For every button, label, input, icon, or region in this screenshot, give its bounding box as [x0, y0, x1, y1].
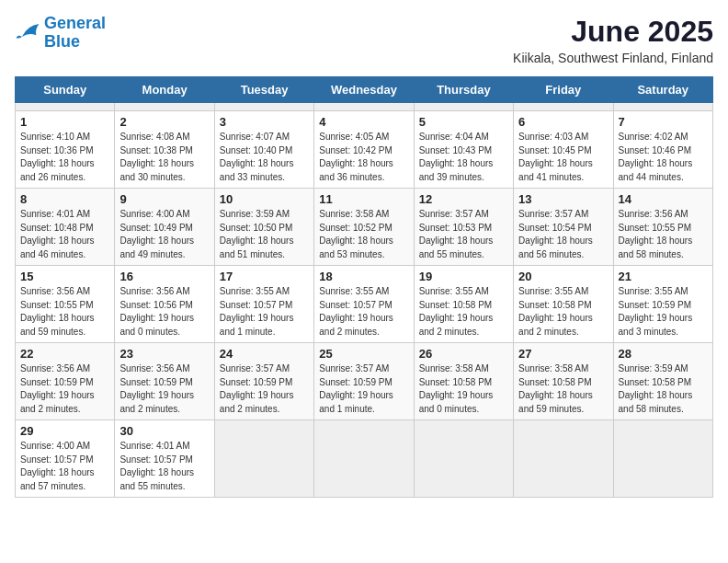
calendar-cell: 18Sunrise: 3:55 AM Sunset: 10:57 PM Dayl…	[314, 266, 414, 343]
calendar-cell: 19Sunrise: 3:55 AM Sunset: 10:58 PM Dayl…	[414, 266, 513, 343]
day-info: Sunrise: 4:03 AM Sunset: 10:45 PM Daylig…	[518, 131, 608, 184]
weekday-header-row: SundayMondayTuesdayWednesdayThursdayFrid…	[16, 77, 713, 103]
day-number: 25	[319, 347, 408, 361]
calendar-title: June 2025	[513, 15, 713, 49]
page-header: General Blue June 2025 Kiikala, Southwes…	[15, 15, 713, 65]
day-info: Sunrise: 3:58 AM Sunset: 10:58 PM Daylig…	[419, 362, 508, 416]
calendar-subtitle: Kiikala, Southwest Finland, Finland	[513, 51, 713, 65]
day-number: 22	[20, 347, 109, 361]
logo: General Blue	[15, 15, 106, 52]
day-info: Sunrise: 3:57 AM Sunset: 10:59 PM Daylig…	[319, 362, 408, 416]
day-info: Sunrise: 4:01 AM Sunset: 10:48 PM Daylig…	[20, 208, 109, 261]
day-number: 24	[220, 347, 309, 361]
calendar-cell: 15Sunrise: 3:56 AM Sunset: 10:55 PM Dayl…	[16, 266, 115, 343]
day-number: 23	[119, 347, 209, 361]
day-number: 14	[619, 192, 708, 206]
calendar-cell: 11Sunrise: 3:58 AM Sunset: 10:52 PM Dayl…	[314, 189, 414, 266]
calendar-week-1: 1Sunrise: 4:10 AM Sunset: 10:36 PM Dayli…	[16, 111, 713, 189]
day-number: 3	[220, 115, 309, 129]
day-info: Sunrise: 3:56 AM Sunset: 10:55 PM Daylig…	[619, 208, 708, 261]
calendar-cell	[514, 420, 613, 498]
calendar-cell: 24Sunrise: 3:57 AM Sunset: 10:59 PM Dayl…	[214, 343, 313, 420]
calendar-cell: 9Sunrise: 4:00 AM Sunset: 10:49 PM Dayli…	[115, 189, 214, 266]
weekday-header-friday: Friday	[514, 77, 613, 103]
day-info: Sunrise: 3:58 AM Sunset: 10:58 PM Daylig…	[518, 362, 608, 416]
logo-icon	[15, 22, 40, 44]
weekday-header-wednesday: Wednesday	[314, 77, 414, 103]
day-info: Sunrise: 3:55 AM Sunset: 10:59 PM Daylig…	[619, 285, 708, 339]
calendar-cell	[314, 420, 414, 498]
calendar-cell: 5Sunrise: 4:04 AM Sunset: 10:43 PM Dayli…	[414, 111, 513, 189]
day-info: Sunrise: 4:04 AM Sunset: 10:43 PM Daylig…	[419, 131, 508, 184]
day-info: Sunrise: 4:05 AM Sunset: 10:42 PM Daylig…	[319, 131, 408, 184]
calendar-cell: 28Sunrise: 3:59 AM Sunset: 10:58 PM Dayl…	[613, 343, 712, 420]
day-number: 26	[419, 347, 508, 361]
calendar-cell	[414, 420, 513, 498]
day-number: 28	[619, 347, 708, 361]
day-info: Sunrise: 4:00 AM Sunset: 10:57 PM Daylig…	[20, 440, 109, 493]
calendar-cell: 3Sunrise: 4:07 AM Sunset: 10:40 PM Dayli…	[214, 111, 313, 189]
day-info: Sunrise: 3:55 AM Sunset: 10:58 PM Daylig…	[419, 285, 508, 339]
day-info: Sunrise: 3:55 AM Sunset: 10:57 PM Daylig…	[319, 285, 408, 339]
calendar-cell	[115, 103, 214, 111]
day-number: 19	[419, 270, 508, 283]
day-number: 29	[20, 424, 109, 438]
day-number: 30	[119, 424, 209, 438]
calendar-cell	[414, 103, 513, 111]
calendar-cell	[214, 103, 313, 111]
day-info: Sunrise: 3:57 AM Sunset: 10:54 PM Daylig…	[518, 208, 608, 261]
day-number: 11	[319, 192, 408, 206]
day-info: Sunrise: 3:57 AM Sunset: 10:59 PM Daylig…	[220, 362, 309, 416]
calendar-week-2: 8Sunrise: 4:01 AM Sunset: 10:48 PM Dayli…	[16, 189, 713, 266]
day-info: Sunrise: 3:58 AM Sunset: 10:52 PM Daylig…	[319, 208, 408, 261]
day-info: Sunrise: 3:56 AM Sunset: 10:59 PM Daylig…	[20, 362, 109, 416]
calendar-cell	[613, 103, 712, 111]
weekday-header-thursday: Thursday	[414, 77, 513, 103]
calendar-week-5: 29Sunrise: 4:00 AM Sunset: 10:57 PM Dayl…	[16, 420, 713, 498]
day-number: 27	[518, 347, 608, 361]
calendar-cell: 4Sunrise: 4:05 AM Sunset: 10:42 PM Dayli…	[314, 111, 414, 189]
calendar-cell: 29Sunrise: 4:00 AM Sunset: 10:57 PM Dayl…	[16, 420, 115, 498]
day-number: 13	[518, 192, 608, 206]
calendar-cell: 30Sunrise: 4:01 AM Sunset: 10:57 PM Dayl…	[115, 420, 214, 498]
weekday-header-monday: Monday	[115, 77, 214, 103]
calendar-cell: 25Sunrise: 3:57 AM Sunset: 10:59 PM Dayl…	[314, 343, 414, 420]
calendar-cell: 23Sunrise: 3:56 AM Sunset: 10:59 PM Dayl…	[115, 343, 214, 420]
calendar-cell: 27Sunrise: 3:58 AM Sunset: 10:58 PM Dayl…	[514, 343, 613, 420]
calendar-cell: 20Sunrise: 3:55 AM Sunset: 10:58 PM Dayl…	[514, 266, 613, 343]
calendar-table: SundayMondayTuesdayWednesdayThursdayFrid…	[15, 76, 713, 498]
day-number: 10	[220, 192, 309, 206]
day-number: 7	[619, 115, 708, 129]
day-number: 18	[319, 270, 408, 283]
calendar-week-0	[16, 103, 713, 111]
day-number: 9	[119, 192, 209, 206]
calendar-body: 1Sunrise: 4:10 AM Sunset: 10:36 PM Dayli…	[16, 103, 713, 498]
calendar-week-3: 15Sunrise: 3:56 AM Sunset: 10:55 PM Dayl…	[16, 266, 713, 343]
calendar-cell: 1Sunrise: 4:10 AM Sunset: 10:36 PM Dayli…	[16, 111, 115, 189]
day-info: Sunrise: 4:02 AM Sunset: 10:46 PM Daylig…	[619, 131, 708, 184]
calendar-cell	[16, 103, 115, 111]
weekday-header-tuesday: Tuesday	[214, 77, 313, 103]
calendar-cell: 10Sunrise: 3:59 AM Sunset: 10:50 PM Dayl…	[214, 189, 313, 266]
calendar-cell: 16Sunrise: 3:56 AM Sunset: 10:56 PM Dayl…	[115, 266, 214, 343]
day-info: Sunrise: 3:55 AM Sunset: 10:58 PM Daylig…	[518, 285, 608, 339]
day-number: 16	[119, 270, 209, 283]
calendar-header: SundayMondayTuesdayWednesdayThursdayFrid…	[16, 77, 713, 103]
day-info: Sunrise: 3:56 AM Sunset: 10:55 PM Daylig…	[20, 285, 109, 339]
calendar-cell: 7Sunrise: 4:02 AM Sunset: 10:46 PM Dayli…	[613, 111, 712, 189]
day-number: 1	[20, 115, 109, 129]
day-info: Sunrise: 3:59 AM Sunset: 10:58 PM Daylig…	[619, 362, 708, 416]
day-info: Sunrise: 3:59 AM Sunset: 10:50 PM Daylig…	[220, 208, 309, 261]
calendar-cell	[514, 103, 613, 111]
day-number: 20	[518, 270, 608, 283]
calendar-cell: 12Sunrise: 3:57 AM Sunset: 10:53 PM Dayl…	[414, 189, 513, 266]
day-number: 12	[419, 192, 508, 206]
calendar-cell: 22Sunrise: 3:56 AM Sunset: 10:59 PM Dayl…	[16, 343, 115, 420]
calendar-cell: 6Sunrise: 4:03 AM Sunset: 10:45 PM Dayli…	[514, 111, 613, 189]
day-info: Sunrise: 4:00 AM Sunset: 10:49 PM Daylig…	[119, 208, 209, 261]
calendar-cell: 13Sunrise: 3:57 AM Sunset: 10:54 PM Dayl…	[514, 189, 613, 266]
day-number: 8	[20, 192, 109, 206]
calendar-cell	[613, 420, 712, 498]
day-number: 5	[419, 115, 508, 129]
day-info: Sunrise: 4:10 AM Sunset: 10:36 PM Daylig…	[20, 131, 109, 184]
